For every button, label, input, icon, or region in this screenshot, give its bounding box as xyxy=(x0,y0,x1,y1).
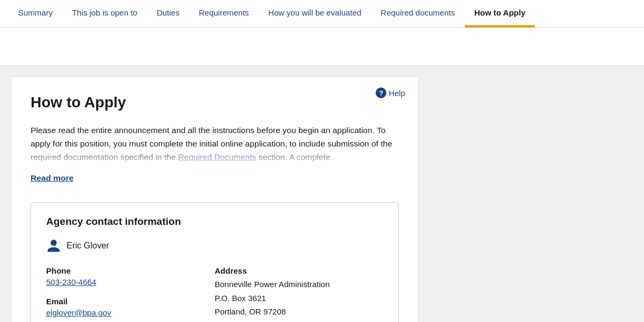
address-label: Address xyxy=(215,266,383,275)
person-icon xyxy=(46,238,61,253)
nav-item-evaluation[interactable]: How you will be evaluated xyxy=(259,0,371,27)
address-line3: Portland, OR 97208 xyxy=(215,305,383,319)
agency-title: Agency contact information xyxy=(46,216,383,228)
help-link[interactable]: ? Help xyxy=(376,87,405,98)
nav-item-documents[interactable]: Required documents xyxy=(371,0,464,27)
address-line1: Bonneville Power Administration xyxy=(215,277,383,291)
body-paragraph: Please read the entire announcement and … xyxy=(31,124,399,164)
top-strip xyxy=(0,28,644,65)
help-label: Help xyxy=(389,89,405,98)
navigation-bar: SummaryThis job is open toDutiesRequirem… xyxy=(0,0,644,28)
nav-item-duties[interactable]: Duties xyxy=(147,0,189,27)
phone-link[interactable]: 503-230-4664 xyxy=(46,277,96,287)
nav-item-summary[interactable]: Summary xyxy=(9,0,62,27)
phone-value-row: 503-230-4664 xyxy=(46,277,215,287)
contact-name-row: Eric Glover xyxy=(46,238,383,253)
required-documents-link[interactable]: Required Documents xyxy=(178,152,257,162)
contact-right: Address Bonneville Power Administration … xyxy=(215,266,383,322)
email-label: Email xyxy=(46,297,215,306)
contact-name: Eric Glover xyxy=(67,241,109,251)
how-to-apply-card: ? Help How to Apply Please read the enti… xyxy=(11,76,419,322)
contact-grid: Phone 503-230-4664 Email elglover@bpa.go… xyxy=(46,266,383,322)
nav-item-requirements[interactable]: Requirements xyxy=(189,0,258,27)
read-more-link[interactable]: Read more xyxy=(31,173,74,183)
nav-item-open-to[interactable]: This job is open to xyxy=(62,0,147,27)
body-text-start: Please read the entire announcement and … xyxy=(31,126,392,162)
address-line4: US xyxy=(215,319,383,323)
address-block: Bonneville Power Administration P.O. Box… xyxy=(215,277,383,322)
contact-left: Phone 503-230-4664 Email elglover@bpa.go… xyxy=(46,266,215,322)
agency-contact-box: Agency contact information Eric Glover P… xyxy=(31,202,399,322)
address-line2: P.O. Box 3621 xyxy=(215,291,383,305)
nav-item-apply[interactable]: How to Apply xyxy=(465,0,535,27)
help-icon: ? xyxy=(376,87,386,98)
section-title: How to Apply xyxy=(31,94,399,111)
page-content: ? Help How to Apply Please read the enti… xyxy=(0,65,644,322)
phone-label: Phone xyxy=(46,266,215,275)
email-link[interactable]: elglover@bpa.gov xyxy=(46,308,111,317)
body-text-container: Please read the entire announcement and … xyxy=(31,124,399,167)
body-text-end: section. A complete xyxy=(256,152,330,162)
